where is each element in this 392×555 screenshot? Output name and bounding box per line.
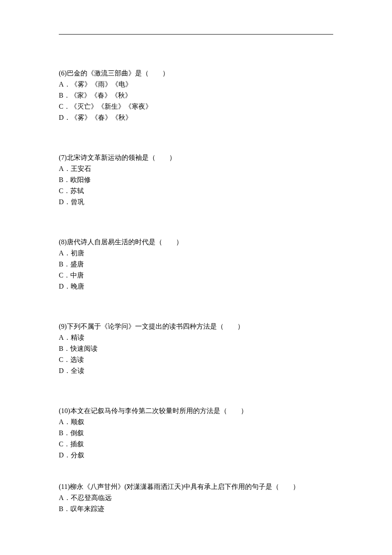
question-number: (6)	[59, 69, 67, 77]
option-c: C．苏轼	[59, 186, 333, 196]
question-number: (7)	[59, 154, 67, 161]
question-number: (9)	[59, 323, 67, 330]
question-7: (7)北宋诗文革新运动的领袖是（ ） A．王安石 B．欧阳修 C．苏轼 D．曾巩	[59, 153, 333, 207]
option-a: A．《雾》《雨》《电》	[59, 79, 333, 90]
option-a: A．不忍登高临远	[59, 493, 333, 503]
option-d: D．《雾》《春》《秋》	[59, 113, 333, 123]
question-text: (11)柳永《八声甘州》(对潇潇暮雨洒江天)中具有承上启下作用的句子是（ ）	[59, 482, 333, 492]
option-b: B．欧阳修	[59, 175, 333, 185]
option-c: C．中唐	[59, 270, 333, 280]
question-text: (10)本文在记叙马伶与李伶第二次较量时所用的方法是（ ）	[59, 406, 333, 416]
option-a: A．顺叙	[59, 417, 333, 427]
option-d: D．分叙	[59, 450, 333, 460]
option-c: C．插叙	[59, 439, 333, 449]
question-text: (7)北宋诗文革新运动的领袖是（ ）	[59, 153, 333, 163]
question-stem: 下列不属于《论学问》一文提出的读书四种方法是（ ）	[67, 323, 244, 330]
question-10: (10)本文在记叙马伶与李伶第二次较量时所用的方法是（ ） A．顺叙 B．倒叙 …	[59, 406, 333, 460]
question-text: (9)下列不属于《论学问》一文提出的读书四种方法是（ ）	[59, 321, 333, 332]
option-a: A．初唐	[59, 248, 333, 258]
option-b: B．叹年来踪迹	[59, 504, 333, 514]
page-content: (6)巴金的《激流三部曲》是（ ） A．《雾》《雨》《电》 B．《家》《春》《秋…	[0, 0, 392, 514]
option-b: B．快速阅读	[59, 344, 333, 354]
option-d: D．曾巩	[59, 197, 333, 207]
question-stem: 北宋诗文革新运动的领袖是（ ）	[67, 154, 176, 161]
question-stem: 柳永《八声甘州》(对潇潇暮雨洒江天)中具有承上启下作用的句子是（ ）	[70, 483, 300, 490]
option-d: D．全读	[59, 366, 333, 376]
question-11: (11)柳永《八声甘州》(对潇潇暮雨洒江天)中具有承上启下作用的句子是（ ） A…	[59, 482, 333, 514]
option-a: A．精读	[59, 332, 333, 343]
option-d: D．晚唐	[59, 281, 333, 292]
question-number: (8)	[59, 238, 67, 246]
question-text: (8)唐代诗人自居易生活的时代是（ ）	[59, 237, 333, 247]
question-text: (6)巴金的《激流三部曲》是（ ）	[59, 68, 333, 78]
question-stem: 巴金的《激流三部曲》是（ ）	[67, 69, 169, 77]
question-number: (10)	[59, 407, 70, 414]
question-number: (11)	[59, 483, 70, 490]
question-9: (9)下列不属于《论学问》一文提出的读书四种方法是（ ） A．精读 B．快速阅读…	[59, 321, 333, 376]
option-b: B．《家》《春》《秋》	[59, 90, 333, 101]
option-a: A．王安石	[59, 164, 333, 174]
question-8: (8)唐代诗人自居易生活的时代是（ ） A．初唐 B．盛唐 C．中唐 D．晚唐	[59, 237, 333, 292]
option-b: B．盛唐	[59, 259, 333, 269]
question-6: (6)巴金的《激流三部曲》是（ ） A．《雾》《雨》《电》 B．《家》《春》《秋…	[59, 68, 333, 123]
option-c: C．选读	[59, 355, 333, 365]
question-stem: 唐代诗人自居易生活的时代是（ ）	[67, 238, 183, 246]
option-b: B．倒叙	[59, 428, 333, 438]
option-c: C．《灭亡》《新生》《寒夜》	[59, 101, 333, 112]
question-stem: 本文在记叙马伶与李伶第二次较量时所用的方法是（ ）	[70, 407, 248, 414]
header-divider	[59, 34, 333, 35]
